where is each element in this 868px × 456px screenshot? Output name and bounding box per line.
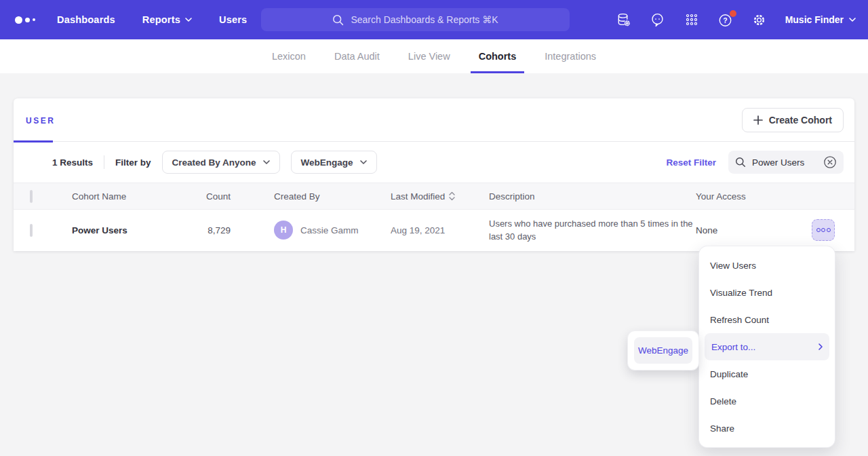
plus-icon [753,115,763,125]
cell-count: 8,729 [197,225,231,235]
filter-by-label: Filter by [115,157,151,168]
row-context-menu: View Users Visualize Trend Refresh Count… [699,246,835,447]
results-count: 1 Results [52,157,93,168]
export-submenu: WebEngage [628,331,698,370]
nav-links: Dashboards Reports Users [57,14,247,25]
search-icon [735,157,746,168]
mixpanel-logo[interactable] [15,16,35,24]
create-cohort-button[interactable]: Create Cohort [742,108,844,132]
type-filter-dropdown[interactable]: WebEngage [291,151,377,174]
menu-item-share[interactable]: Share [699,415,835,442]
notification-dot [730,10,736,17]
cell-created-by: Cassie Gamm [300,225,359,235]
cell-last-modified: Aug 19, 2021 [391,225,489,235]
type-filter-value: WebEngage [301,157,353,168]
tab-user-cohorts[interactable]: USER [26,116,55,126]
filter-row: 1 Results Filter by Created By Anyone We… [14,142,854,183]
clear-search-icon[interactable] [823,155,837,169]
data-management-icon[interactable] [616,12,632,28]
avatar: H [274,221,293,240]
cell-your-access: None [696,225,812,235]
chevron-right-icon [818,343,823,350]
header-your-access: Your Access [696,191,812,202]
search-icon [332,14,344,26]
header-description: Description [489,191,696,202]
header-cohort-name: Cohort Name [72,191,197,202]
tab-lexicon[interactable]: Lexicon [264,39,314,73]
project-name: Music Finder [785,14,844,25]
creator-filter-value: Created By Anyone [172,157,256,168]
tab-cohorts[interactable]: Cohorts [471,39,525,73]
global-search-placeholder: Search Dashboards & Reports ⌘K [351,14,498,25]
help-icon[interactable]: ? [717,12,734,28]
cohort-search-value: Power Users [752,157,817,168]
active-tab-underline [14,140,53,142]
submenu-item-webengage[interactable]: WebEngage [634,337,692,364]
header-last-modified[interactable]: Last Modified [391,191,489,202]
menu-item-visualize-trend[interactable]: Visualize Trend [699,279,835,306]
apps-grid-icon[interactable] [684,12,700,28]
nav-utilities: ? Music Finder [616,0,856,39]
card-header: USER Create Cohort [14,98,854,142]
table-header: Cohort Name Count Created By Last Modifi… [14,183,854,210]
header-count: Count [197,191,231,202]
more-options-icon [816,228,821,232]
select-all-checkbox[interactable] [30,190,33,203]
section-tabbar: Lexicon Data Audit Live View Cohorts Int… [0,39,868,73]
tab-live-view[interactable]: Live View [400,39,458,73]
chevron-down-icon [263,160,270,164]
menu-item-export-to[interactable]: Export to... [705,333,829,360]
more-options-button[interactable] [812,219,835,241]
svg-text:?: ? [723,16,727,24]
divider [104,155,104,169]
table-row[interactable]: Power Users 8,729 H Cassie Gamm Aug 19, … [14,210,854,250]
tab-data-audit[interactable]: Data Audit [326,39,388,73]
sort-icon [449,191,455,201]
menu-item-refresh-count[interactable]: Refresh Count [699,306,835,333]
nav-item-reports[interactable]: Reports [142,14,192,25]
top-nav: Dashboards Reports Users Search Dashboar… [0,0,868,39]
header-created-by: Created By [231,191,391,202]
creator-filter-dropdown[interactable]: Created By Anyone [162,151,280,174]
menu-item-export-to-label: Export to... [711,342,755,352]
chevron-down-icon [360,160,367,164]
cohort-search-input[interactable]: Power Users [728,151,844,174]
chevron-down-icon [849,18,856,22]
row-checkbox[interactable] [30,224,33,237]
messages-icon[interactable] [650,12,666,28]
menu-item-delete[interactable]: Delete [699,387,835,415]
settings-icon[interactable] [751,12,768,28]
chevron-down-icon [185,18,192,22]
cell-cohort-name: Power Users [72,225,197,235]
global-search-input[interactable]: Search Dashboards & Reports ⌘K [261,8,570,31]
header-last-modified-label: Last Modified [391,191,445,202]
project-switcher[interactable]: Music Finder [785,14,856,25]
reset-filter-link[interactable]: Reset Filter [666,157,716,168]
menu-item-view-users[interactable]: View Users [699,252,835,279]
cohorts-card: USER Create Cohort 1 Results Filter by C… [14,98,854,251]
filter-right-group: Reset Filter Power Users [666,151,844,174]
nav-item-reports-label: Reports [142,14,180,25]
tab-integrations[interactable]: Integrations [536,39,604,73]
create-cohort-label: Create Cohort [769,115,832,126]
nav-item-dashboards[interactable]: Dashboards [57,14,115,25]
menu-item-duplicate[interactable]: Duplicate [699,360,835,387]
cell-description: Users who have purchased more than 5 tim… [489,218,693,242]
nav-item-users[interactable]: Users [219,14,247,25]
